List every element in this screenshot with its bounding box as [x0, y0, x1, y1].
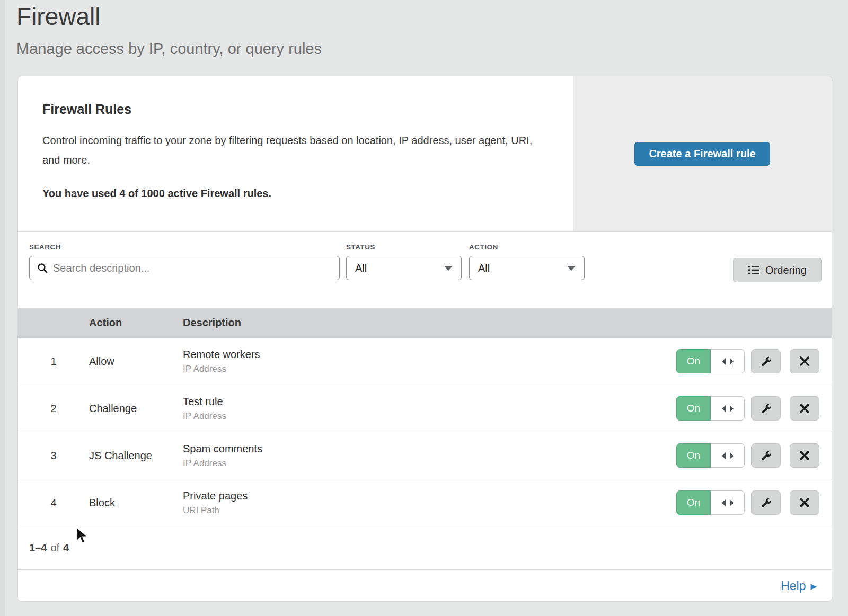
- action-filter-group: ACTION All: [469, 243, 585, 280]
- edit-rule-button[interactable]: [751, 396, 781, 421]
- rule-field-text: URI Path: [183, 505, 676, 516]
- rule-field-text: IP Address: [183, 458, 676, 469]
- toggle-arrows-icon[interactable]: [711, 349, 745, 373]
- ordering-button[interactable]: Ordering: [733, 258, 822, 282]
- rule-description: Remote workers IP Address: [183, 349, 676, 374]
- description-column-header: Description: [183, 317, 832, 329]
- create-firewall-rule-button[interactable]: Create a Firewall rule: [634, 142, 770, 166]
- ordered-list-icon: [748, 265, 759, 275]
- rule-priority: 4: [18, 497, 89, 509]
- edit-rule-button[interactable]: [751, 349, 781, 373]
- filter-bar: SEARCH STATUS All ACTION All: [18, 232, 832, 308]
- wrench-icon: [759, 496, 772, 509]
- rule-description-text: Private pages: [183, 490, 676, 502]
- action-label: ACTION: [469, 243, 585, 251]
- ordering-button-label: Ordering: [765, 264, 807, 276]
- rule-controls: On: [676, 490, 832, 515]
- delete-rule-button[interactable]: [790, 490, 819, 515]
- delete-rule-button[interactable]: [790, 396, 819, 421]
- firewall-rules-card: Firewall Rules Control incoming traffic …: [17, 76, 832, 602]
- close-icon: [799, 450, 810, 461]
- search-input[interactable]: [53, 262, 332, 274]
- wrench-icon: [759, 355, 772, 368]
- toggle-on-label[interactable]: On: [676, 443, 711, 468]
- status-selected-value: All: [355, 262, 367, 274]
- pagination-of: of: [50, 542, 59, 554]
- edit-rule-button[interactable]: [751, 490, 781, 515]
- close-icon: [799, 497, 810, 508]
- wrench-icon: [759, 402, 772, 415]
- close-icon: [799, 356, 810, 367]
- rule-action: Block: [89, 497, 183, 509]
- rule-field-text: IP Address: [183, 364, 676, 374]
- rule-enabled-toggle[interactable]: On: [676, 443, 745, 468]
- rule-description-text: Spam comments: [183, 443, 676, 455]
- rule-controls: On: [676, 443, 832, 468]
- rule-description-text: Test rule: [183, 396, 676, 408]
- rule-action: Challenge: [89, 403, 183, 415]
- rule-controls: On: [676, 349, 832, 373]
- action-selected-value: All: [478, 262, 490, 274]
- rules-info: Firewall Rules Control incoming traffic …: [18, 76, 573, 231]
- help-link[interactable]: Help ▶: [781, 579, 817, 593]
- toggle-arrows-icon[interactable]: [711, 396, 745, 421]
- toggle-arrows-icon[interactable]: [711, 490, 745, 515]
- status-select[interactable]: All: [346, 256, 462, 280]
- status-filter-group: STATUS All: [346, 243, 462, 280]
- search-label: SEARCH: [29, 243, 340, 251]
- rules-heading: Firewall Rules: [42, 102, 552, 117]
- rules-description: Control incoming traffic to your zone by…: [42, 131, 543, 170]
- edit-rule-button[interactable]: [751, 443, 781, 468]
- chevron-down-icon: [444, 266, 453, 271]
- search-filter-group: SEARCH: [29, 243, 340, 280]
- rule-enabled-toggle[interactable]: On: [676, 490, 745, 515]
- help-link-label: Help: [781, 579, 806, 593]
- pagination: 1–4 of 4: [18, 526, 832, 569]
- firewall-page: { "page": { "title": "Firewall", "subtit…: [0, 0, 848, 616]
- page-title: Firewall: [16, 2, 100, 31]
- wrench-icon: [759, 449, 772, 462]
- rule-action: JS Challenge: [89, 450, 183, 462]
- toggle-on-label[interactable]: On: [676, 349, 711, 373]
- rule-description: Spam comments IP Address: [183, 443, 676, 469]
- rule-field-text: IP Address: [183, 411, 676, 422]
- rule-controls: On: [676, 396, 832, 421]
- table-row: 3 JS Challenge Spam comments IP Address …: [18, 432, 832, 479]
- toggle-on-label[interactable]: On: [676, 396, 711, 421]
- create-rule-panel: Create a Firewall rule: [573, 76, 832, 231]
- rule-enabled-toggle[interactable]: On: [676, 396, 745, 421]
- table-row: 2 Challenge Test rule IP Address On: [18, 385, 832, 432]
- search-icon: [37, 263, 48, 273]
- table-row: 1 Allow Remote workers IP Address On: [18, 338, 832, 385]
- pagination-range: 1–4: [29, 542, 47, 554]
- rules-usage-count: You have used 4 of 1000 active Firewall …: [42, 188, 552, 200]
- rule-priority: 1: [18, 355, 89, 368]
- close-icon: [799, 403, 810, 414]
- search-box[interactable]: [29, 256, 340, 280]
- page-subtitle: Manage access by IP, country, or query r…: [16, 40, 322, 58]
- rule-priority: 3: [18, 450, 89, 462]
- toggle-arrows-icon[interactable]: [711, 443, 745, 468]
- rule-description: Test rule IP Address: [183, 396, 676, 422]
- rule-priority: 2: [18, 403, 89, 415]
- window-left-edge: [0, 0, 5, 616]
- card-footer: Help ▶: [18, 569, 832, 602]
- status-label: STATUS: [346, 243, 462, 251]
- rule-enabled-toggle[interactable]: On: [676, 349, 745, 373]
- action-column-header: Action: [89, 317, 183, 329]
- delete-rule-button[interactable]: [790, 349, 819, 373]
- action-select[interactable]: All: [469, 256, 585, 280]
- chevron-down-icon: [567, 266, 576, 271]
- table-header: Action Description: [18, 308, 832, 338]
- delete-rule-button[interactable]: [790, 443, 819, 468]
- pagination-total: 4: [63, 542, 69, 554]
- rule-action: Allow: [89, 355, 183, 368]
- table-row: 4 Block Private pages URI Path On: [18, 479, 832, 526]
- rule-description: Private pages URI Path: [183, 490, 676, 516]
- toggle-on-label[interactable]: On: [676, 490, 711, 515]
- arrow-right-icon: ▶: [810, 582, 817, 590]
- rule-description-text: Remote workers: [183, 349, 676, 361]
- rules-overview-section: Firewall Rules Control incoming traffic …: [18, 76, 832, 232]
